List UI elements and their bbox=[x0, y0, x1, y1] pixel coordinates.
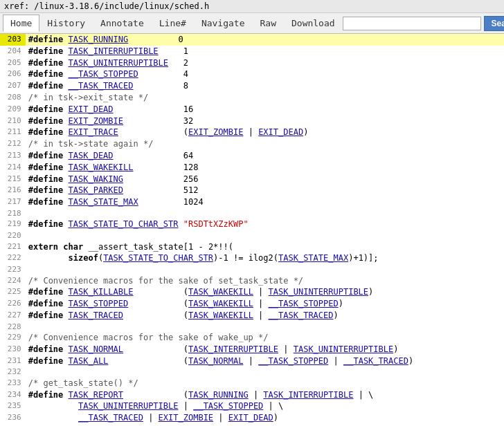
code-cell: /* Convenience macros for the sake of wa… bbox=[26, 332, 504, 344]
code-cell: #define TASK_ALL (TASK_NORMAL | __TASK_S… bbox=[26, 355, 504, 367]
line-number: 228 bbox=[0, 322, 26, 332]
table-row: 212 /* in tsk->state again */ bbox=[0, 138, 504, 150]
nav-history[interactable]: History bbox=[39, 15, 93, 32]
code-cell: extern char __assert_task_state[1 - 2*!!… bbox=[26, 241, 504, 253]
table-row: 225 #define TASK_KILLABLE (TASK_WAKEKILL… bbox=[0, 286, 504, 298]
table-row: 223 bbox=[0, 264, 504, 275]
line-number: 229 bbox=[0, 332, 26, 344]
line-number: 204 bbox=[0, 46, 26, 57]
code-cell: #define TASK_STATE_MAX 1024 bbox=[26, 196, 504, 208]
table-row: 227 #define TASK_TRACED (TASK_WAKEKILL |… bbox=[0, 310, 504, 322]
nav-download[interactable]: Download bbox=[284, 15, 343, 32]
line-number: 208 bbox=[0, 92, 26, 104]
table-row: 221 extern char __assert_task_state[1 - … bbox=[0, 241, 504, 253]
line-number: 235 bbox=[0, 400, 26, 412]
code-cell bbox=[26, 367, 504, 377]
line-number: 210 bbox=[0, 115, 26, 127]
nav-raw[interactable]: Raw bbox=[253, 15, 284, 32]
search-box: Search bbox=[343, 16, 504, 31]
table-row: 226 #define TASK_STOPPED (TASK_WAKEKILL … bbox=[0, 298, 504, 310]
code-area: 203 #define TASK_RUNNING 0 204 #define T… bbox=[0, 34, 504, 426]
table-row: 213 #define TASK_DEAD 64 bbox=[0, 150, 504, 162]
code-cell: /* get_task_state() */ bbox=[26, 378, 504, 389]
table-row: 219 #define TASK_STATE_TO_CHAR_STR "RSDT… bbox=[0, 219, 504, 230]
code-cell bbox=[26, 230, 504, 241]
code-cell bbox=[26, 322, 504, 332]
table-row: 228 bbox=[0, 322, 504, 332]
table-row: 222 sizeof(TASK_STATE_TO_CHAR_STR)-1 != … bbox=[0, 252, 504, 264]
table-row: 211 #define EXIT_TRACE (EXIT_ZOMBIE | EX… bbox=[0, 127, 504, 138]
line-number: 220 bbox=[0, 230, 26, 241]
code-cell: #define EXIT_DEAD 16 bbox=[26, 104, 504, 115]
code-cell: #define TASK_DEAD 64 bbox=[26, 150, 504, 162]
line-number: 206 bbox=[0, 68, 26, 80]
code-cell: #define TASK_INTERRUPTIBLE 1 bbox=[26, 46, 504, 57]
line-number: 236 bbox=[0, 412, 26, 424]
table-row: 220 bbox=[0, 230, 504, 241]
table-row: 204 #define TASK_INTERRUPTIBLE 1 bbox=[0, 46, 504, 57]
code-cell: #define __TASK_STOPPED 4 bbox=[26, 68, 504, 80]
code-table: 203 #define TASK_RUNNING 0 204 #define T… bbox=[0, 34, 504, 426]
code-cell: #define TASK_REPORT (TASK_RUNNING | TASK… bbox=[26, 389, 504, 401]
line-number: 231 bbox=[0, 355, 26, 367]
table-row: 203 #define TASK_RUNNING 0 bbox=[0, 34, 504, 46]
line-number: 213 bbox=[0, 150, 26, 162]
table-row: 208 /* in tsk->exit_state */ bbox=[0, 92, 504, 104]
line-number: 219 bbox=[0, 219, 26, 230]
line-number: 232 bbox=[0, 367, 26, 377]
line-number: 212 bbox=[0, 138, 26, 150]
line-number: 211 bbox=[0, 127, 26, 138]
line-number: 216 bbox=[0, 185, 26, 196]
table-row: 230 #define TASK_NORMAL (TASK_INTERRUPTI… bbox=[0, 344, 504, 355]
table-row: 236 __TASK_TRACED | EXIT_ZOMBIE | EXIT_D… bbox=[0, 412, 504, 424]
code-cell: __TASK_TRACED | EXIT_ZOMBIE | EXIT_DEAD) bbox=[26, 412, 504, 424]
line-number: 230 bbox=[0, 344, 26, 355]
line-number: 222 bbox=[0, 252, 26, 264]
code-cell bbox=[26, 208, 504, 219]
table-row: 210 #define EXIT_ZOMBIE 32 bbox=[0, 115, 504, 127]
table-row: 218 bbox=[0, 208, 504, 219]
code-cell: #define TASK_PARKED 512 bbox=[26, 185, 504, 196]
table-row: 224 /* Convenience macros for the sake o… bbox=[0, 275, 504, 287]
code-cell: /* in tsk->exit_state */ bbox=[26, 92, 504, 104]
nav-line[interactable]: Line# bbox=[152, 15, 194, 32]
code-cell: TASK_UNINTERRUPTIBLE | __TASK_STOPPED | … bbox=[26, 400, 504, 412]
table-row: 235 TASK_UNINTERRUPTIBLE | __TASK_STOPPE… bbox=[0, 400, 504, 412]
code-cell: sizeof(TASK_STATE_TO_CHAR_STR)-1 != ilog… bbox=[26, 252, 504, 264]
table-row: 216 #define TASK_PARKED 512 bbox=[0, 185, 504, 196]
line-number: 227 bbox=[0, 310, 26, 322]
table-row: 209 #define EXIT_DEAD 16 bbox=[0, 104, 504, 115]
title-bar: xref: /linux-3.18.6/include/linux/sched.… bbox=[0, 0, 504, 13]
code-cell: #define TASK_TRACED (TASK_WAKEKILL | __T… bbox=[26, 310, 504, 322]
code-cell: #define EXIT_ZOMBIE 32 bbox=[26, 115, 504, 127]
nav-bar: Home History Annotate Line# Navigate Raw… bbox=[0, 13, 504, 34]
line-number: 226 bbox=[0, 298, 26, 310]
code-cell: #define TASK_RUNNING 0 bbox=[26, 34, 504, 46]
table-row: 214 #define TASK_WAKEKILL 128 bbox=[0, 162, 504, 174]
nav-home[interactable]: Home bbox=[3, 15, 39, 32]
code-cell: #define TASK_STATE_TO_CHAR_STR "RSDTtXZz… bbox=[26, 219, 504, 230]
table-row: 205 #define TASK_UNINTERRUPTIBLE 2 bbox=[0, 57, 504, 69]
code-cell: #define TASK_WAKEKILL 128 bbox=[26, 162, 504, 174]
line-number: 209 bbox=[0, 104, 26, 115]
nav-annotate[interactable]: Annotate bbox=[93, 15, 152, 32]
table-row: 234 #define TASK_REPORT (TASK_RUNNING | … bbox=[0, 389, 504, 401]
code-cell bbox=[26, 264, 504, 275]
code-cell: #define TASK_UNINTERRUPTIBLE 2 bbox=[26, 57, 504, 69]
line-number: 224 bbox=[0, 275, 26, 287]
line-number: 233 bbox=[0, 378, 26, 389]
line-number: 215 bbox=[0, 174, 26, 185]
code-cell: #define TASK_STOPPED (TASK_WAKEKILL | __… bbox=[26, 298, 504, 310]
nav-navigate[interactable]: Navigate bbox=[194, 15, 253, 32]
table-row: 229 /* Convenience macros for the sake o… bbox=[0, 332, 504, 344]
code-cell: #define TASK_WAKING 256 bbox=[26, 174, 504, 185]
code-cell: #define TASK_KILLABLE (TASK_WAKEKILL | T… bbox=[26, 286, 504, 298]
line-number: 203 bbox=[0, 34, 26, 46]
code-cell: #define TASK_NORMAL (TASK_INTERRUPTIBLE … bbox=[26, 344, 504, 355]
code-cell: #define __TASK_TRACED 8 bbox=[26, 80, 504, 92]
line-number: 214 bbox=[0, 162, 26, 174]
table-row: 207 #define __TASK_TRACED 8 bbox=[0, 80, 504, 92]
search-button[interactable]: Search bbox=[484, 16, 504, 31]
line-number: 205 bbox=[0, 57, 26, 69]
search-input[interactable] bbox=[343, 17, 481, 30]
